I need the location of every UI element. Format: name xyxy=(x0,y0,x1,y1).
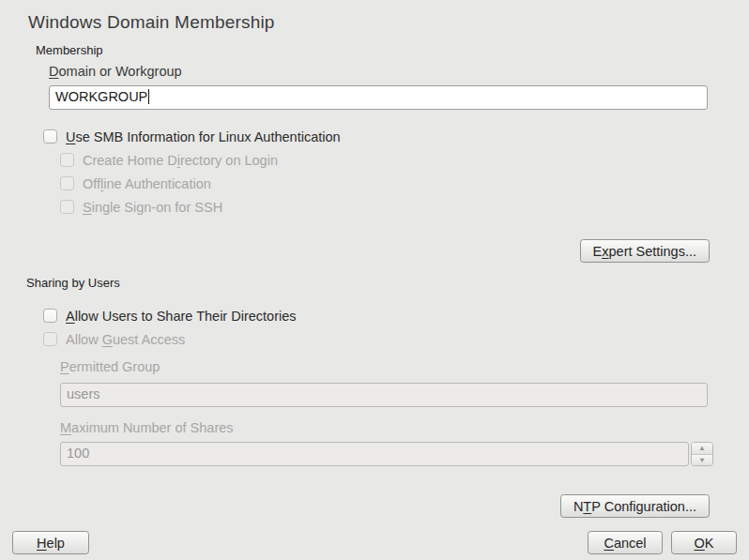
label-part: Allow xyxy=(66,332,102,347)
expert-settings-button[interactable]: Expert Settings... xyxy=(580,239,710,263)
sharing-section-label: Sharing by Users xyxy=(26,276,749,290)
app-window: Windows Domain Membership Membership Dom… xyxy=(0,0,749,560)
label-mnemonic: G xyxy=(102,332,113,347)
label-text: Membership xyxy=(36,43,103,57)
cancel-button[interactable]: Cancel xyxy=(588,531,663,554)
label-mnemonic: H xyxy=(37,536,46,551)
checkbox-single-sign-on-ssh: Single Sign-on for SSH xyxy=(60,198,749,216)
label-part: ine Authentication xyxy=(103,176,210,191)
spin-up-button: ▲ xyxy=(692,443,712,454)
label-part: se SMB Information for Linux Authenticat… xyxy=(75,129,340,144)
label-part: rectory on Login xyxy=(180,153,278,168)
label-part: N xyxy=(573,499,583,514)
label-part: Create Home D xyxy=(83,153,177,168)
label-part: Off xyxy=(83,176,100,191)
label-part: elp xyxy=(47,536,65,551)
label-mnemonic: A xyxy=(66,309,75,324)
checkbox-icon xyxy=(60,153,74,167)
checkbox-allow-guest-access: Allow Guest Access xyxy=(43,330,749,348)
max-shares-spinbox: 100 ▲ ▼ xyxy=(60,442,749,466)
checkbox-icon[interactable] xyxy=(43,129,57,144)
checkbox-label: Single Sign-on for SSH xyxy=(83,200,222,215)
checkbox-label: Create Home Directory on Login xyxy=(83,153,278,168)
domain-workgroup-label: Domain or Workgroup xyxy=(49,64,749,79)
label-part: ingle Sign-on for SSH xyxy=(92,200,222,215)
label-part: ancel xyxy=(614,536,647,551)
ntp-configuration-button[interactable]: NTP Configuration... xyxy=(560,494,710,518)
label-mnemonic: C xyxy=(604,536,613,551)
checkbox-label: Allow Users to Share Their Directories xyxy=(66,309,297,324)
checkbox-icon[interactable] xyxy=(43,309,57,323)
dialog-button-bar: Help Cancel OK xyxy=(0,531,749,554)
page-title-text: Windows Domain Membership xyxy=(28,12,275,32)
checkbox-offline-authentication: Offline Authentication xyxy=(60,174,749,192)
checkbox-label: Use SMB Information for Linux Authentica… xyxy=(66,129,341,144)
label-mnemonic: U xyxy=(66,129,75,144)
input-text: 100 xyxy=(67,446,89,461)
label-mnemonic: T xyxy=(583,499,591,514)
input-text: WORKGROUP xyxy=(55,89,147,104)
text-cursor xyxy=(148,89,149,104)
label-part: pert Settings... xyxy=(609,244,697,259)
max-shares-input: 100 xyxy=(60,442,689,466)
membership-section-label: Membership xyxy=(36,43,749,57)
help-button[interactable]: Help xyxy=(12,531,89,554)
checkbox-use-smb-auth[interactable]: Use SMB Information for Linux Authentica… xyxy=(43,128,749,145)
input-text: users xyxy=(67,386,99,401)
label-text: Sharing by Users xyxy=(26,276,120,290)
label-mnemonic: O xyxy=(695,536,705,551)
label-mnemonic: M xyxy=(60,420,71,435)
checkbox-label: Offline Authentication xyxy=(83,176,211,191)
spin-buttons: ▲ ▼ xyxy=(691,442,713,466)
label-part: E xyxy=(593,244,603,259)
label-part: llow Users to Share Their Directories xyxy=(75,309,297,324)
label-part: uest Access xyxy=(113,332,185,347)
max-shares-label: Maximum Number of Shares xyxy=(60,420,749,435)
checkbox-icon xyxy=(43,332,57,346)
spin-down-button: ▼ xyxy=(692,454,712,466)
spin-up-icon: ▲ xyxy=(698,445,705,452)
label-part: aximum Number of Shares xyxy=(71,420,233,435)
permitted-group-label: Permitted Group xyxy=(60,359,749,374)
checkbox-icon xyxy=(60,200,74,214)
checkbox-icon xyxy=(60,176,74,190)
label-mnemonic: x xyxy=(602,244,608,259)
label-mnemonic: D xyxy=(49,64,58,79)
spin-down-icon: ▼ xyxy=(698,457,705,464)
checkbox-allow-users-share[interactable]: Allow Users to Share Their Directories xyxy=(43,307,749,325)
label-part: P Configuration... xyxy=(591,499,696,514)
checkbox-label: Allow Guest Access xyxy=(66,332,185,347)
page-title: Windows Domain Membership xyxy=(28,0,749,33)
label-part: omain or Workgroup xyxy=(58,64,181,79)
label-mnemonic: S xyxy=(83,200,92,215)
permitted-group-input: users xyxy=(60,383,708,407)
label-part: ermitted Group xyxy=(69,359,160,374)
ok-button[interactable]: OK xyxy=(671,531,737,554)
label-part: K xyxy=(705,536,714,551)
domain-workgroup-input[interactable]: WORKGROUP xyxy=(49,85,708,110)
label-mnemonic: P xyxy=(60,359,69,374)
checkbox-create-home-directory: Create Home Directory on Login xyxy=(60,151,749,169)
